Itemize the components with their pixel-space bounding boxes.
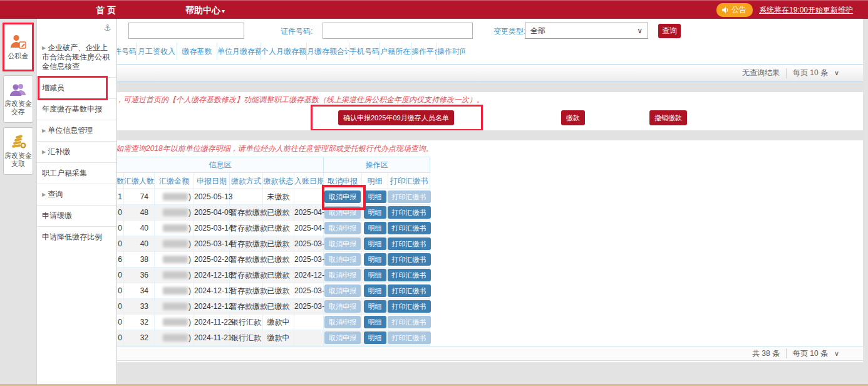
id-number-input[interactable]: [323, 23, 473, 39]
rail-item-fanggai-zhiqu[interactable]: 房改资金支取: [3, 127, 33, 175]
menu-item-enterprise-check[interactable]: ▶企业破产、企业上市合法合规住房公积金信息核查: [37, 38, 116, 78]
history-query-notice: 如需查询2018年以前单位缴存明细，请单位经办人前往任意管理部或受托银行代办点现…: [116, 143, 433, 154]
print-remit-button[interactable]: 打印汇缴书: [388, 237, 431, 250]
detail-button[interactable]: 明细: [364, 222, 386, 234]
cancel-declare-button: 取消申报: [324, 316, 361, 328]
confirm-declare-button[interactable]: 确认申报2025年09月缴存人员名单: [338, 110, 454, 125]
module-rail: 公积金 房改资金交存 房改资金支取: [0, 19, 36, 386]
section-divider: [56, 130, 863, 140]
cell-declare-date: 2025-02-20: [194, 252, 230, 268]
cell-print: 打印汇缴书: [388, 268, 430, 283]
detail-button[interactable]: 明细: [364, 300, 386, 313]
chevron-down-icon[interactable]: ∨: [834, 350, 839, 358]
cell-amount: ): [155, 299, 194, 315]
cell-detail: 明细: [362, 236, 388, 252]
print-remit-button[interactable]: 打印汇缴书: [388, 300, 431, 313]
detail-button[interactable]: 明细: [364, 331, 386, 344]
cell-entry-date: [294, 315, 324, 330]
column-header: 月缴存额合计: [307, 43, 349, 60]
cell-print: 打印汇缴书: [388, 299, 430, 315]
masked-amount: [163, 334, 188, 342]
menu-item-query[interactable]: ▶查询: [37, 184, 116, 206]
nav-help-menu[interactable]: 帮助中心▾: [185, 1, 225, 19]
cell-detail: 明细: [362, 268, 388, 283]
group-ops-header: 操作区: [324, 157, 430, 172]
rail-item-gongjijin[interactable]: 公积金: [3, 23, 33, 71]
detail-button[interactable]: 明细: [364, 190, 386, 203]
announcement-link[interactable]: 系统将在19:00开始更新维护: [759, 5, 853, 16]
cancel-declare-button: 取消申报: [324, 269, 361, 281]
account-input[interactable]: [128, 23, 244, 39]
cancel-pay-button[interactable]: 撤销缴款: [649, 110, 687, 125]
menu-item-unit-info[interactable]: ▶单位信息管理: [37, 120, 116, 142]
change-type-value: 全部: [530, 26, 545, 35]
employee-table-statusbar: 无查询结果 每页 10 条 ∨: [56, 64, 863, 82]
print-remit-button: 打印汇缴书: [388, 316, 431, 328]
column-header: 缴款方式: [230, 173, 263, 189]
change-type-select[interactable]: 全部 ∨: [525, 23, 648, 39]
anchor-pin-icon[interactable]: ⚓: [103, 23, 111, 33]
cell-pay-method: 银行汇款: [230, 330, 263, 346]
group-info-header: 信息区: [116, 157, 324, 172]
cell-pay-status: 已缴款: [263, 299, 294, 315]
nav-home[interactable]: 首 页: [96, 1, 116, 19]
caret-down-icon: ▾: [222, 8, 225, 14]
table-row: 0 40 ) 2025-03-14 暂存款缴款 已缴款 2025-04-09 取…: [116, 221, 430, 236]
chevron-down-icon: ∨: [637, 23, 643, 38]
detail-button[interactable]: 明细: [364, 269, 386, 281]
cell-pay-method: 暂存款缴款: [230, 268, 263, 283]
detail-button[interactable]: 明细: [364, 316, 386, 328]
column-header: 汇缴人数: [124, 173, 155, 189]
menu-item-huibujiao[interactable]: ▶汇补缴: [37, 142, 116, 163]
menu-item-apply-defer[interactable]: 申请缓缴: [37, 206, 116, 227]
cell-print: 打印汇缴书: [388, 315, 430, 330]
cell-entry-date: 2025-04-09: [294, 221, 324, 236]
cell-count-n: 0: [116, 268, 124, 283]
menu-item-hukou-collect[interactable]: 职工户籍采集: [37, 163, 116, 184]
detail-button[interactable]: 明细: [364, 284, 386, 297]
chevron-down-icon[interactable]: ∨: [834, 69, 839, 77]
print-remit-button[interactable]: 打印汇缴书: [388, 284, 431, 297]
masked-amount: [163, 193, 188, 201]
column-header: 缴存基数: [177, 43, 217, 60]
change-type-label: 变更类型:: [493, 26, 525, 37]
cell-amount: ): [155, 315, 194, 330]
print-remit-button[interactable]: 打印汇缴书: [388, 253, 431, 266]
expand-arrow-icon: ▶: [42, 45, 46, 51]
print-remit-button[interactable]: 打印汇缴书: [388, 269, 431, 281]
detail-button[interactable]: 明细: [364, 206, 386, 219]
cell-print: 打印汇缴书: [388, 221, 430, 236]
column-header: 取消申报: [324, 173, 362, 189]
expand-arrow-icon: ▶: [42, 149, 46, 155]
query-button[interactable]: 查询: [658, 24, 681, 38]
cell-declare-date: 2025-05-13: [194, 189, 230, 205]
cell-pay-method: 暂存款缴款: [230, 252, 263, 268]
announcement-badge-label: 公告: [731, 4, 747, 15]
cell-pay-status: 已缴款: [263, 268, 294, 283]
menu-item-apply-lower-ratio[interactable]: 申请降低缴存比例: [37, 227, 116, 248]
pager: 共 38 条 每页 10 条 ∨: [752, 348, 863, 359]
cell-amount: ): [155, 221, 194, 236]
cell-entry-date: 2024-12-18: [294, 268, 324, 283]
cell-cancel-declare: 取消申报: [324, 299, 362, 315]
cell-pay-method: 暂存款缴款: [230, 299, 263, 315]
menu-item-zengjianyuan[interactable]: 增减员: [37, 78, 116, 99]
cell-pay-method: 暂存款缴款: [230, 283, 263, 299]
cell-declare-date: 2025-03-14: [194, 221, 230, 236]
pay-button[interactable]: 缴款: [561, 110, 585, 125]
cell-people-count: 36: [124, 268, 155, 283]
detail-button[interactable]: 明细: [364, 253, 386, 266]
cell-cancel-declare: 取消申报: [324, 221, 362, 236]
cell-count-n: 0: [116, 315, 124, 330]
cell-print: 打印汇缴书: [388, 189, 430, 205]
print-remit-button[interactable]: 打印汇缴书: [388, 222, 431, 234]
main-content: 证件号码: 变更类型: 全部 ∨ 查询 件号码 月工资收入 缴存基数 单位月缴存…: [56, 19, 863, 362]
cell-people-count: 40: [124, 236, 155, 252]
rail-item-fanggai-jiaocun[interactable]: 房改资金交存: [3, 75, 33, 123]
menu-item-annual-base-declare[interactable]: 年度缴存基数申报: [37, 99, 116, 120]
cancel-declare-button[interactable]: 取消申报: [324, 190, 361, 203]
detail-button[interactable]: 明细: [364, 237, 386, 250]
print-remit-button[interactable]: 打印汇缴书: [388, 206, 431, 219]
masked-amount: [163, 303, 188, 310]
print-remit-button: 打印汇缴书: [388, 331, 431, 344]
